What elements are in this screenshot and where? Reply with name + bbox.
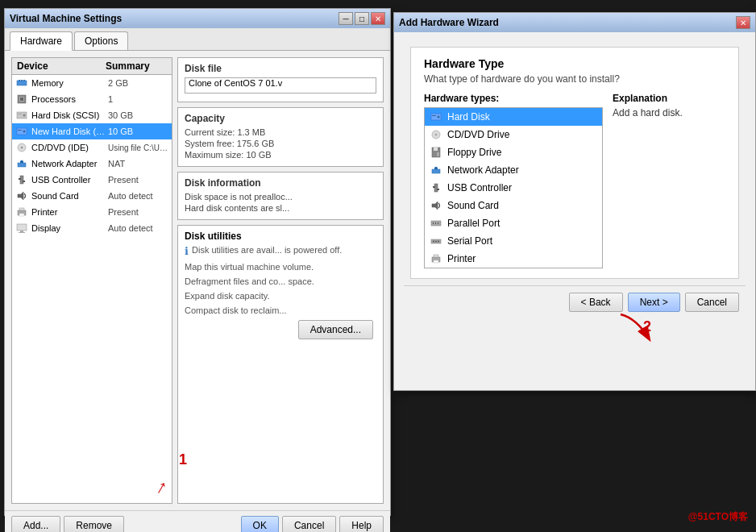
wizard-nav: < Back Next > Cancel bbox=[404, 285, 746, 318]
cddvd-icon bbox=[15, 141, 28, 154]
harddisk-scsi-icon bbox=[15, 109, 28, 122]
hardware-types-label: Hardware types: bbox=[424, 93, 603, 104]
hw-type-usb[interactable]: USB Controller bbox=[425, 179, 602, 197]
vm-bottom-right: OK Cancel Help bbox=[241, 516, 384, 532]
device-name-processors: Processors bbox=[31, 94, 108, 104]
vm-bottom-bar: Add... Remove OK Cancel Help bbox=[5, 510, 390, 532]
hw-type-network[interactable]: Network Adapter bbox=[425, 161, 602, 179]
remove-hardware-button[interactable]: Remove bbox=[64, 516, 124, 532]
hw-icon-serial bbox=[430, 235, 442, 247]
help-button[interactable]: Help bbox=[339, 516, 384, 532]
advanced-button[interactable]: Advanced... bbox=[298, 320, 373, 339]
explanation-section: Explanation Add a hard disk. bbox=[613, 93, 725, 268]
device-row-printer[interactable]: Printer Present bbox=[12, 204, 172, 220]
back-button[interactable]: < Back bbox=[569, 293, 623, 312]
next-button[interactable]: Next > bbox=[628, 293, 680, 312]
add-hardware-button[interactable]: Add... bbox=[11, 516, 60, 532]
svg-point-8 bbox=[23, 114, 26, 117]
svg-point-19 bbox=[23, 160, 24, 161]
device-row-network-adapter[interactable]: Network Adapter NAT bbox=[12, 156, 172, 172]
disk-info-section: Disk information Disk space is not preal… bbox=[177, 172, 384, 220]
hw-type-sound[interactable]: Sound Card bbox=[425, 197, 602, 214]
device-name-network-adapter: Network Adapter bbox=[31, 159, 108, 168]
device-summary-printer: Present bbox=[108, 207, 168, 217]
vm-minimize-button[interactable]: ─ bbox=[339, 12, 353, 25]
hw-type-harddisk[interactable]: Hard Disk bbox=[425, 108, 602, 126]
disk-info-line2: Hard disk contents are sl... bbox=[185, 203, 376, 213]
device-name-harddisk-scsi: Hard Disk (SCSI) bbox=[31, 110, 108, 120]
hw-type-scsi[interactable]: Generic SCSI Device bbox=[425, 268, 602, 268]
cancel-button-wizard[interactable]: Cancel bbox=[685, 293, 739, 312]
wizard-title: Add Hardware Wizard bbox=[399, 17, 499, 28]
hw-type-cddvd[interactable]: CD/DVD Drive bbox=[425, 126, 602, 143]
disk-file-section: Disk file Clone of CentOS 7 01.v bbox=[177, 57, 384, 102]
device-name-soundcard: Sound Card bbox=[31, 191, 108, 201]
device-row-harddisk-scsi[interactable]: Hard Disk (SCSI) 30 GB bbox=[12, 107, 172, 123]
hw-type-printer[interactable]: Printer bbox=[425, 250, 602, 268]
ok-button[interactable]: OK bbox=[241, 516, 279, 532]
device-row-processors[interactable]: Processors 1 bbox=[12, 91, 172, 107]
vm-tabs-bar: Hardware Options bbox=[5, 28, 390, 51]
util-text-4: Compact disk to reclaim... bbox=[185, 305, 287, 315]
hw-type-floppy[interactable]: Floppy Drive bbox=[425, 143, 602, 161]
tab-options[interactable]: Options bbox=[74, 31, 128, 50]
svg-point-11 bbox=[23, 131, 26, 133]
svg-point-31 bbox=[438, 116, 440, 118]
vm-titlebar: Virtual Machine Settings ─ □ ✕ bbox=[5, 9, 390, 28]
system-free: System free: 175.6 GB bbox=[185, 139, 376, 148]
disk-file-input[interactable]: Clone of CentOS 7 01.v bbox=[185, 77, 376, 94]
svg-point-40 bbox=[434, 166, 435, 168]
svg-rect-48 bbox=[435, 222, 436, 224]
hw-type-parallel[interactable]: Parallel Port bbox=[425, 214, 602, 232]
svg-rect-36 bbox=[434, 148, 438, 151]
hw-icon-sound bbox=[430, 199, 442, 212]
cancel-button-vm[interactable]: Cancel bbox=[282, 516, 336, 532]
hardware-types-section: Hardware types: Hard Disk bbox=[424, 93, 603, 268]
hw-label-printer: Printer bbox=[447, 253, 476, 264]
hw-label-network: Network Adapter bbox=[447, 164, 519, 176]
advanced-btn-container: Advanced... bbox=[185, 320, 376, 339]
device-row-soundcard[interactable]: Sound Card Auto detect bbox=[12, 188, 172, 204]
device-summary-soundcard: Auto detect bbox=[108, 191, 168, 201]
vm-maximize-button[interactable]: □ bbox=[355, 12, 369, 25]
svg-rect-16 bbox=[18, 163, 26, 167]
svg-rect-55 bbox=[434, 255, 438, 257]
wizard-close-button[interactable]: ✕ bbox=[736, 16, 750, 29]
hw-icon-parallel bbox=[430, 217, 442, 230]
device-row-display[interactable]: Display Auto detect bbox=[12, 220, 172, 236]
svg-point-41 bbox=[437, 166, 438, 168]
device-list: Memory 2 GB Processors 1 Hard Disk ( bbox=[12, 75, 172, 503]
svg-marker-23 bbox=[18, 192, 23, 200]
hw-label-harddisk: Hard Disk bbox=[447, 111, 490, 123]
device-list-header: Device Summary bbox=[12, 58, 172, 75]
current-size: Current size: 1.3 MB bbox=[185, 127, 376, 137]
wizard-titlebar: Add Hardware Wizard ✕ bbox=[394, 13, 755, 32]
svg-rect-22 bbox=[23, 181, 25, 182]
printer-icon bbox=[15, 206, 28, 218]
vm-close-button[interactable]: ✕ bbox=[371, 12, 385, 25]
svg-rect-6 bbox=[20, 98, 23, 101]
hw-label-usb: USB Controller bbox=[447, 182, 512, 193]
svg-rect-28 bbox=[20, 231, 23, 232]
hw-label-serial: Serial Port bbox=[447, 235, 492, 247]
device-summary-cddvd: Using file C:\Users\Administrat... bbox=[108, 143, 168, 152]
display-icon bbox=[15, 222, 28, 235]
vm-settings-window: Virtual Machine Settings ─ □ ✕ Hardware … bbox=[4, 8, 391, 516]
vm-bottom-left: Add... Remove bbox=[11, 516, 124, 532]
vm-content: Device Summary Memory 2 GB Proces bbox=[5, 51, 390, 510]
disk-info-label: Disk information bbox=[185, 177, 376, 189]
device-row-usb[interactable]: USB Controller Present bbox=[12, 172, 172, 188]
right-panel: Disk file Clone of CentOS 7 01.v Capacit… bbox=[177, 57, 384, 504]
tab-hardware[interactable]: Hardware bbox=[10, 31, 73, 51]
svg-rect-1 bbox=[19, 80, 20, 81]
svg-rect-0 bbox=[17, 81, 27, 85]
device-row-new-harddisk-scsi[interactable]: New Hard Disk (SCSI) 10 GB bbox=[12, 123, 172, 139]
disk-utilities-label: Disk utilities bbox=[185, 231, 376, 242]
hw-type-serial[interactable]: Serial Port bbox=[425, 232, 602, 250]
svg-point-51 bbox=[433, 241, 434, 243]
device-row-cddvd[interactable]: CD/DVD (IDE) Using file C:\Users\Adminis… bbox=[12, 139, 172, 156]
svg-rect-27 bbox=[17, 224, 27, 231]
device-row-memory[interactable]: Memory 2 GB bbox=[12, 75, 172, 91]
watermark: @51CTO博客 bbox=[688, 510, 748, 524]
hw-label-cddvd: CD/DVD Drive bbox=[447, 129, 509, 140]
